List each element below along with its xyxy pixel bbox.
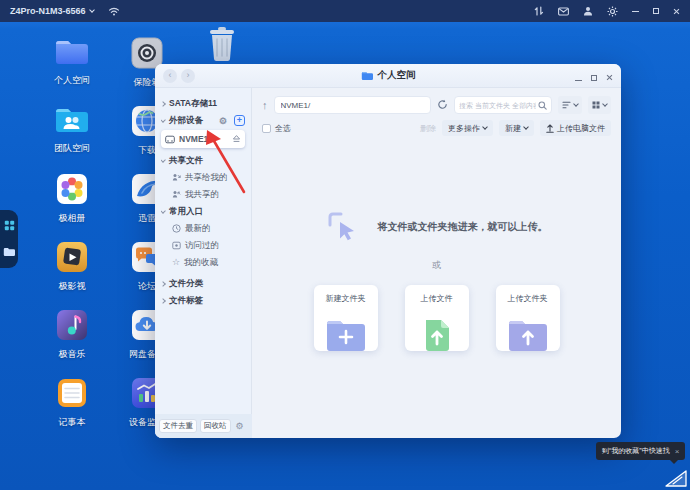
corner-sail-logo-icon[interactable] (664, 468, 688, 488)
toast-close-icon[interactable]: × (675, 447, 680, 456)
sidebar-section-sata[interactable]: SATA存储11 (161, 95, 245, 112)
transfer-icon[interactable] (534, 6, 544, 16)
history-icon (172, 241, 181, 250)
upload-pc-files-button[interactable]: 上传电脑文件 (540, 120, 611, 136)
sidebar-item-recent[interactable]: 最新的 (161, 220, 245, 237)
select-all-label[interactable]: 全选 (275, 123, 291, 134)
desktop-icon-label: 极相册 (37, 212, 107, 225)
toolbar-row-2: 全选 删除 更多操作 新建 上传电脑文件 (262, 120, 611, 136)
dedupe-button[interactable]: 文件去重 (159, 419, 197, 433)
chevron-down-icon (602, 101, 608, 107)
card-label: 上传文件夹 (508, 293, 548, 304)
chevron-down-icon (161, 157, 166, 163)
more-actions-button[interactable]: 更多操作 (442, 120, 493, 136)
main-content: ↑ 全选 (252, 88, 621, 438)
desktop-icon-team-space[interactable]: 团队空间 (37, 104, 107, 155)
view-mode-dropdown-button[interactable] (588, 96, 611, 114)
desktop-icon-movies[interactable]: 极影视 (37, 240, 107, 293)
sidebar-item-shared-by-me[interactable]: 我共享的 (161, 186, 245, 203)
search-box[interactable] (454, 96, 552, 114)
upload-folder-card[interactable]: 上传文件夹 (496, 285, 560, 351)
sidebar-section-label: 文件标签 (169, 295, 203, 307)
sort-dropdown-button[interactable] (558, 96, 582, 114)
window-close-icon[interactable] (606, 67, 613, 85)
file-manager-window: ‹ › 个人空间 SATA存储11 外部设备 ⚙ + (155, 64, 621, 438)
mail-icon[interactable] (558, 7, 569, 16)
add-device-button[interactable]: + (234, 115, 245, 126)
search-input[interactable] (459, 102, 536, 109)
device-name: Z4Pro-N1M3-6566 (10, 6, 86, 16)
sidebar-section-categories[interactable]: 文件分类 (161, 275, 245, 292)
sidebar-item-label: 我共享的 (185, 189, 219, 201)
settings-gear-icon[interactable] (607, 6, 618, 17)
device-name-menu[interactable]: Z4Pro-N1M3-6566 (10, 6, 94, 16)
back-button[interactable]: ‹ (163, 69, 177, 83)
close-icon[interactable] (673, 8, 680, 15)
wifi-icon[interactable] (108, 6, 120, 16)
sidebar-item-label: 最新的 (185, 223, 211, 235)
select-all-checkbox[interactable] (262, 124, 271, 133)
new-label: 新建 (505, 123, 521, 134)
path-input[interactable] (274, 96, 432, 114)
sidebar-item-nvme1[interactable]: NVME1 (161, 130, 245, 148)
new-folder-card[interactable]: 新建文件夹 (314, 285, 378, 351)
upload-pc-label: 上传电脑文件 (557, 123, 605, 134)
delete-button: 删除 (420, 123, 436, 134)
maximize-icon[interactable] (653, 8, 659, 14)
window-title-text: 个人空间 (378, 69, 416, 82)
chevron-down-icon (523, 124, 529, 130)
desktop-icon-label: 记事本 (37, 416, 107, 429)
dropzone[interactable]: 将文件或文件夹拖进来，就可以上传。 或 新建文件夹 上传文件 (262, 136, 611, 432)
desktop-icon-recycle-bin[interactable] (187, 26, 257, 64)
eject-icon[interactable] (232, 134, 241, 145)
grid-view-icon (592, 101, 600, 109)
new-button[interactable]: 新建 (499, 120, 534, 136)
folder-icon (361, 71, 373, 81)
minimize-icon[interactable] (632, 11, 639, 12)
recycle-bin-button[interactable]: 回收站 (200, 419, 231, 433)
side-dock (0, 210, 18, 268)
window-titlebar[interactable]: ‹ › 个人空间 (155, 64, 621, 88)
forward-button[interactable]: › (181, 69, 195, 83)
desktop-icon-label: 团队空间 (37, 142, 107, 155)
upload-file-card[interactable]: 上传文件 (405, 285, 469, 351)
disk-icon (165, 135, 175, 144)
system-topbar: Z4Pro-N1M3-6566 (0, 0, 690, 22)
refresh-icon[interactable] (437, 96, 448, 114)
window-maximize-icon[interactable] (591, 67, 597, 85)
desktop-icon-photo-album[interactable]: 极相册 (37, 172, 107, 225)
window-minimize-icon[interactable] (575, 67, 582, 85)
dock-files-icon[interactable] (3, 243, 15, 261)
chevron-down-icon (161, 208, 166, 214)
external-settings-gear-icon[interactable]: ⚙ (219, 116, 227, 126)
photo-album-flower-icon (55, 198, 89, 208)
user-icon[interactable] (583, 6, 593, 16)
sidebar-item-visited[interactable]: 访问过的 (161, 237, 245, 254)
share-in-icon (172, 173, 181, 182)
card-label: 上传文件 (421, 293, 453, 304)
sort-icon (562, 101, 571, 109)
sidebar-section-tags[interactable]: 文件标签 (161, 292, 245, 309)
sidebar-section-quick-access[interactable]: 常用入口 (161, 203, 245, 220)
chevron-down-icon (482, 124, 488, 130)
sidebar-section-external-devices[interactable]: 外部设备 ⚙ + (161, 112, 245, 129)
desktop-icon-music[interactable]: 极音乐 (37, 308, 107, 361)
dock-apps-icon[interactable] (4, 217, 15, 235)
desktop-icon-personal-space[interactable]: 个人空间 (37, 36, 107, 87)
sidebar-section-shared-files[interactable]: 共享文件 (161, 152, 245, 169)
desktop-icon-notepad[interactable]: 记事本 (37, 376, 107, 429)
window-title: 个人空间 (155, 69, 621, 82)
sidebar-settings-gear-icon[interactable]: ⚙ (236, 421, 244, 431)
toast-text: 到“我的收藏”中快速找 (602, 446, 670, 456)
up-directory-button[interactable]: ↑ (262, 97, 268, 113)
toast-notification: 到“我的收藏”中快速找 × (596, 442, 685, 460)
upload-file-icon (413, 315, 461, 351)
search-icon (538, 101, 547, 110)
chevron-right-icon (161, 281, 166, 287)
sidebar: SATA存储11 外部设备 ⚙ + NVME1 共享文件 共享 (155, 88, 252, 438)
desktop-icon-label: 极影视 (37, 280, 107, 293)
sidebar-section-label: 共享文件 (169, 155, 203, 167)
clock-icon (172, 224, 181, 233)
sidebar-item-favorites[interactable]: ☆ 我的收藏 (161, 254, 245, 271)
sidebar-item-shared-to-me[interactable]: 共享给我的 (161, 169, 245, 186)
